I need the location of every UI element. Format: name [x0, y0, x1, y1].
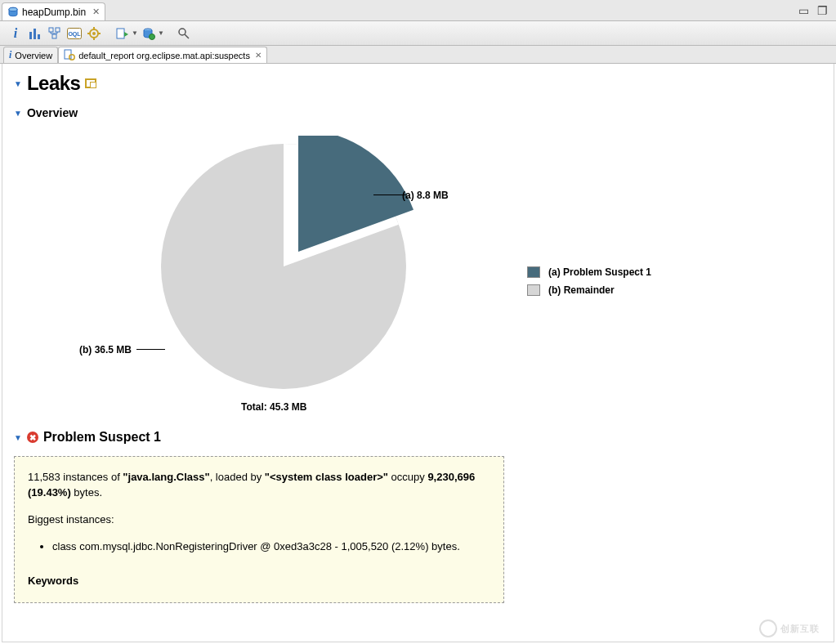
- overview-heading: Overview: [27, 106, 78, 119]
- close-icon[interactable]: ✕: [255, 51, 262, 60]
- svg-rect-21: [65, 50, 71, 59]
- suspect-loader: "<system class loader>": [265, 471, 388, 483]
- close-icon[interactable]: ✕: [92, 7, 100, 17]
- editor-tab-heapdump[interactable]: heapDump.bin ✕: [2, 2, 105, 20]
- callout-leader-a: [373, 195, 406, 195]
- twisty-down-icon[interactable]: ▼: [14, 79, 22, 88]
- svg-rect-16: [117, 29, 124, 38]
- legend-item-a: (a) Problem Suspect 1: [527, 266, 651, 278]
- twisty-down-icon[interactable]: ▼: [14, 433, 22, 442]
- list-item: class com.mysql.jdbc.NonRegisteringDrive…: [52, 539, 490, 555]
- callout-leader-b: [136, 349, 165, 350]
- callout-a: (a) 8.8 MB: [402, 190, 449, 201]
- chart-total: Total: 45.3 MB: [241, 401, 306, 413]
- toolbar: i OQL ▼ ▼: [0, 21, 836, 46]
- gear-button[interactable]: [85, 25, 103, 42]
- svg-point-11: [92, 32, 96, 35]
- text: , loaded by: [210, 471, 265, 483]
- tab-default-report[interactable]: default_report org.eclipse.mat.api:suspe…: [58, 47, 267, 63]
- info-button[interactable]: i: [7, 25, 25, 42]
- database-icon: [7, 7, 19, 18]
- twisty-down-icon[interactable]: ▼: [14, 109, 22, 118]
- text: occupy: [388, 471, 427, 483]
- svg-point-1: [9, 7, 17, 11]
- error-icon: ✖: [27, 432, 38, 443]
- legend-swatch-icon: [527, 266, 540, 278]
- tab-overview[interactable]: i Overview: [3, 47, 58, 63]
- leaks-heading: Leaks: [27, 72, 81, 95]
- svg-rect-7: [52, 34, 56, 38]
- svg-line-20: [185, 34, 189, 38]
- keywords-heading: Keywords: [28, 574, 490, 589]
- suspect-heading: Problem Suspect 1: [43, 430, 161, 445]
- suspect-class: "java.lang.Class": [123, 471, 209, 483]
- pie-chart-svg: [153, 136, 414, 397]
- svg-rect-6: [56, 28, 60, 32]
- svg-rect-4: [38, 34, 40, 39]
- report-content[interactable]: ▼ Leaks ▼ Overview: [2, 64, 834, 642]
- info-icon: i: [9, 49, 11, 61]
- svg-rect-3: [34, 29, 36, 39]
- query-db-button[interactable]: [140, 25, 158, 42]
- svg-point-18: [149, 34, 154, 39]
- maximize-icon[interactable]: ❐: [817, 4, 828, 17]
- svg-rect-2: [29, 32, 32, 39]
- legend-label-a: (a) Problem Suspect 1: [548, 266, 651, 278]
- tab-overview-label: Overview: [15, 51, 52, 60]
- text: 11,583 instances of: [28, 471, 123, 483]
- search-button[interactable]: [175, 25, 193, 42]
- editor-tab-label: heapDump.bin: [22, 7, 86, 18]
- run-report-button[interactable]: [114, 25, 132, 42]
- suspect-detail-box: 11,583 instances of "java.lang.Class", l…: [14, 456, 504, 603]
- svg-text:OQL: OQL: [68, 31, 81, 38]
- tree-button[interactable]: [46, 25, 64, 42]
- histogram-button[interactable]: [26, 25, 44, 42]
- editor-tabbar: heapDump.bin ✕ ▭ ❐: [0, 0, 836, 21]
- biggest-instances-list: class com.mysql.jdbc.NonRegisteringDrive…: [52, 539, 490, 555]
- tab-report-label: default_report org.eclipse.mat.api:suspe…: [78, 51, 250, 60]
- biggest-instances-label: Biggest instances:: [28, 512, 490, 528]
- pie-chart: (a) 8.8 MB (b) 36.5 MB Total: 45.3 MB (a…: [14, 127, 822, 414]
- oql-button[interactable]: OQL: [65, 25, 83, 42]
- editor-tabbar-controls: ▭ ❐: [798, 0, 836, 20]
- legend-item-b: (b) Remainder: [527, 284, 651, 296]
- inner-tabbar: i Overview default_report org.eclipse.ma…: [0, 46, 836, 64]
- section-problem-suspect[interactable]: ▼ ✖ Problem Suspect 1: [14, 430, 822, 445]
- section-overview[interactable]: ▼ Overview: [14, 106, 822, 119]
- chevron-down-icon[interactable]: ▼: [132, 29, 138, 37]
- minimize-icon[interactable]: ▭: [798, 4, 809, 17]
- suspect-summary: 11,583 instances of "java.lang.Class", l…: [28, 470, 490, 501]
- legend-swatch-icon: [527, 284, 540, 296]
- section-leaks[interactable]: ▼ Leaks: [14, 72, 822, 95]
- text: bytes.: [71, 486, 102, 499]
- legend-label-b: (b) Remainder: [548, 284, 615, 296]
- svg-point-19: [179, 29, 186, 35]
- callout-b: (b) 36.5 MB: [79, 344, 132, 356]
- expand-frame-icon[interactable]: [85, 78, 96, 88]
- svg-rect-5: [49, 28, 53, 32]
- chart-legend: (a) Problem Suspect 1 (b) Remainder: [527, 266, 651, 302]
- report-gear-icon: [64, 49, 75, 62]
- chevron-down-icon[interactable]: ▼: [158, 29, 164, 37]
